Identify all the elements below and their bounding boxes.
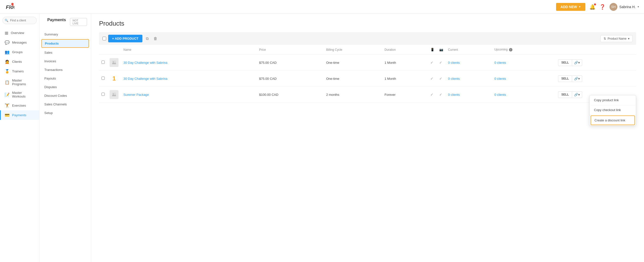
duplicate-button[interactable]: ⧉ [144,35,150,42]
upcoming-clients-link[interactable]: 0 clients [494,61,506,64]
payments-nav-sales[interactable]: Sales [40,48,91,57]
add-product-button[interactable]: + ADD PRODUCT [108,35,142,42]
sidebar: 🔍 ▦ Overview 💬 Messages 👥 Groups 🙍 Clien… [0,14,40,262]
payments-nav-transactions[interactable]: Transactions [40,65,91,74]
table-row: 1 30 Day Challenge with Sabrina $75.00 C… [99,71,636,87]
payments-icon: 💳 [5,113,10,117]
check-icon-2: ✓ [439,93,442,96]
product-thumbnail-number: 1 [110,74,118,83]
sell-dropdown-button[interactable]: 🔗▾ [572,91,582,98]
check-icon-2: ✓ [439,61,442,64]
sidebar-item-messages[interactable]: 💬 Messages [0,38,39,47]
product-price: $100.00 CAD [257,87,324,103]
copy-product-link-item[interactable]: Copy product link [590,95,636,105]
col-thumb [107,45,121,55]
payments-nav-payouts[interactable]: Payouts [40,74,91,83]
camera-icon: 📷 [439,48,443,51]
payments-nav-setup[interactable]: Setup [40,109,91,117]
current-clients-link[interactable]: 0 clients [448,93,460,96]
sell-dropdown-button[interactable]: 🔗▾ [572,75,582,82]
product-billing-cycle: 2 months [324,87,382,103]
sort-icon: ⇅ [604,37,606,40]
product-name-link[interactable]: Summer Package [124,93,149,96]
row-checkbox[interactable] [102,77,105,80]
page-title: Products [99,20,636,27]
payments-nav-sales-channels[interactable]: Sales Channels [40,100,91,109]
sell-dropdown-menu: Copy product link Copy checkout link Cre… [589,95,636,126]
help-button[interactable]: ❓ [600,4,606,10]
payments-nav-discount-codes[interactable]: Discount Codes [40,91,91,100]
col-billing-cycle: Billing Cycle [324,45,382,55]
table-row: 30 Day Challenge with Sabrina $75.00 CAD… [99,55,636,71]
svg-point-1 [11,3,14,5]
svg-point-3 [113,61,114,62]
groups-icon: 👥 [5,50,10,54]
toolbar-left: + ADD PRODUCT ⧉ 🗑 [102,35,159,42]
row-checkbox[interactable] [102,61,105,64]
sidebar-item-master-workouts[interactable]: 📝 Master Workouts [0,88,39,101]
current-clients-link[interactable]: 0 clients [448,61,460,64]
user-name: Sabrina H. [619,5,636,9]
notifications-button[interactable]: 🔔 [589,4,596,10]
col-current: Current [446,45,492,55]
payments-nav-products[interactable]: Products [42,39,89,48]
trainers-icon: 🏅 [5,69,10,74]
sell-button[interactable]: SELL [558,91,572,98]
sidebar-item-payments[interactable]: 💳 Payments [0,110,39,120]
product-name-link[interactable]: 30 Day Challenge with Sabrina [124,61,168,64]
col-actions [556,45,636,55]
product-thumbnail [110,58,118,67]
check-icon: ✓ [430,61,433,64]
row-checkbox[interactable] [102,93,105,96]
clients-icon: 🙍 [5,59,10,64]
sell-button[interactable]: SELL [558,59,572,66]
payments-nav-disputes[interactable]: Disputes [40,83,91,91]
sidebar-item-overview[interactable]: ▦ Overview [0,28,39,38]
product-billing-cycle: One-time [324,55,382,71]
link-icon: 🔗 [574,77,578,80]
create-discount-link-item[interactable]: Create a discount link [590,115,635,125]
sidebar-item-master-programs[interactable]: 📋 Master Programs [0,76,39,88]
sell-group: SELL 🔗▾ [558,75,634,82]
select-all-checkbox[interactable] [102,37,106,40]
check-icon: ✓ [430,93,433,96]
notification-dot [594,3,596,5]
search-box: 🔍 [2,17,37,24]
sidebar-item-groups[interactable]: 👥 Groups [0,47,39,57]
product-duration: 1 Month [382,71,428,87]
copy-checkout-link-item[interactable]: Copy checkout link [590,105,636,115]
payments-nav-summary[interactable]: Summary [40,30,91,39]
search-icon: 🔍 [5,19,8,22]
mobile-icon: 📱 [430,48,434,51]
product-duration: Forever [382,87,428,103]
not-live-badge: NOT LIVE [70,18,87,26]
top-nav: Flow ADD NEW ▼ 🔔 ❓ SH Sabrina H. ▾ [0,0,644,14]
sell-dropdown-button[interactable]: 🔗▾ [572,59,582,66]
check-icon: ✓ [430,77,433,80]
product-billing-cycle: One-time [324,71,382,87]
delete-button[interactable]: 🗑 [152,35,159,42]
avatar: SH [610,3,618,11]
chevron-down-icon: ▼ [578,5,581,8]
messages-icon: 💬 [5,40,10,45]
payments-nav-invoices[interactable]: Invoices [40,57,91,65]
upcoming-clients-link[interactable]: 0 clients [494,77,506,80]
add-new-button[interactable]: ADD NEW ▼ [556,3,585,11]
col-price: Price [257,45,324,55]
col-checkbox [99,45,107,55]
upcoming-clients-link[interactable]: 0 clients [494,93,506,96]
payments-sidebar: Payments NOT LIVE Summary Products Sales… [40,14,91,262]
sort-button[interactable]: ⇅ Product Name ▾ [600,35,633,42]
sell-button[interactable]: SELL [558,75,572,82]
overview-icon: ▦ [5,30,8,35]
table-toolbar: + ADD PRODUCT ⧉ 🗑 ⇅ Product Name ▾ [99,32,636,45]
sidebar-item-trainers[interactable]: 🏅 Trainers [0,66,39,76]
col-duration: Duration [382,45,428,55]
sidebar-item-exercises[interactable]: 🏋 Exercises [0,101,39,110]
current-clients-link[interactable]: 0 clients [448,77,460,80]
sidebar-item-clients[interactable]: 🙍 Clients [0,57,39,66]
link-icon: 🔗 [574,93,578,96]
product-name-link[interactable]: 30 Day Challenge with Sabrina [124,77,168,80]
user-menu[interactable]: SH Sabrina H. ▾ [610,3,639,11]
logo-area: Flow [5,2,14,11]
